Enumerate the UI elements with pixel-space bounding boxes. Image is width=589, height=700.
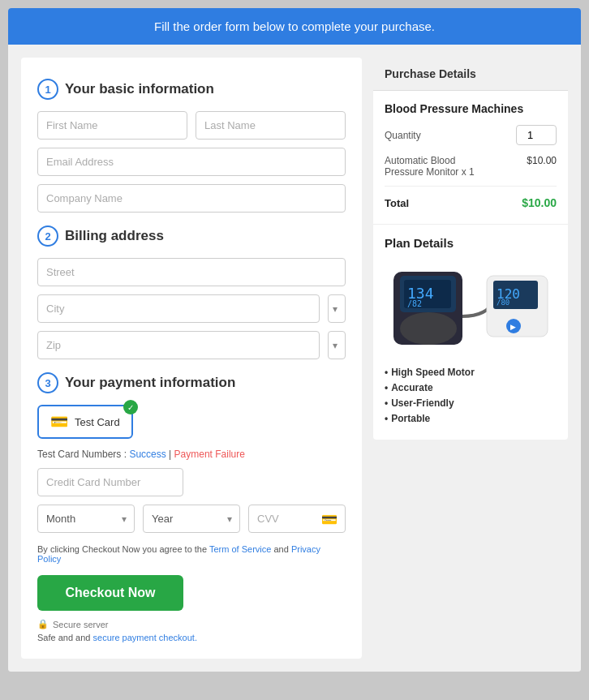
card-option[interactable]: 💳 Test Card ✓ <box>37 405 133 439</box>
feature-4: Portable <box>385 413 557 424</box>
country-wrapper: Country United States United Kingdom Can… <box>328 294 346 323</box>
right-panel: Purchase Details Blood Pressure Machines… <box>373 58 568 440</box>
product-image: 134 /82 120 /80 ▶ <box>385 260 557 357</box>
total-price: $10.00 <box>522 196 557 209</box>
checkout-page: Fill the order form below to complete yo… <box>8 8 581 672</box>
purchase-details-body: Blood Pressure Machines Quantity Automat… <box>373 91 568 224</box>
payment-failure-link[interactable]: Payment Failure <box>174 449 245 460</box>
quantity-label: Quantity <box>385 130 421 141</box>
year-wrapper: Year 2024 2025 2026 2027 2028 <box>143 505 240 533</box>
test-card-label: Test Card Numbers : <box>37 449 127 460</box>
state-select[interactable]: - <box>328 331 346 359</box>
test-card-info: Test Card Numbers : Success | Payment Fa… <box>37 449 346 460</box>
feature-2: Accurate <box>385 382 557 393</box>
email-row <box>37 148 346 176</box>
terms-prefix: By clicking Checkout Now you agree to th… <box>37 544 207 554</box>
safe-text: Safe and <box>37 633 73 642</box>
left-panel: 1 Your basic information 2 Billing addre… <box>21 58 362 659</box>
country-select[interactable]: Country United States United Kingdom Can… <box>328 294 346 323</box>
secure-text: Safe and and secure payment checkout. <box>37 633 346 642</box>
city-input[interactable] <box>37 294 320 323</box>
section2-title: Billing address <box>65 228 164 244</box>
plan-title: Plan Details <box>385 236 557 250</box>
checkout-button[interactable]: Checkout Now <box>37 575 183 611</box>
zip-state-row: - <box>37 331 346 359</box>
section2-number: 2 <box>37 225 58 247</box>
street-row <box>37 258 346 286</box>
section1-title: Your basic information <box>65 81 214 97</box>
plan-details-section: Plan Details 134 /82 <box>373 224 568 440</box>
month-wrapper: Month 01 02 03 04 05 06 07 08 09 10 11 1… <box>37 505 135 533</box>
banner-text: Fill the order form below to complete yo… <box>154 19 435 33</box>
secure-server-label: Secure server <box>53 620 108 629</box>
name-row <box>37 111 346 140</box>
street-input[interactable] <box>37 258 346 286</box>
cvv-wrapper: 💳 <box>248 505 346 533</box>
section1-number: 1 <box>37 79 58 100</box>
cvv-card-icon: 💳 <box>321 511 337 526</box>
section2-header: 2 Billing address <box>37 225 346 247</box>
total-label: Total <box>385 197 409 209</box>
item-price: $10.00 <box>527 155 557 166</box>
feature-1: High Speed Motor <box>385 367 557 378</box>
quantity-row: Quantity <box>385 125 557 145</box>
section3-title: Your payment information <box>65 375 235 391</box>
svg-point-1 <box>400 312 457 345</box>
secure-server-row: 🔒 Secure server <box>37 619 346 629</box>
feature-3: User-Friendly <box>385 397 557 409</box>
first-name-input[interactable] <box>37 111 187 140</box>
product-svg: 134 /82 120 /80 ▶ <box>389 260 552 357</box>
card-label: Test Card <box>75 416 120 428</box>
card-icon: 💳 <box>50 413 68 431</box>
month-select[interactable]: Month 01 02 03 04 05 06 07 08 09 10 11 1… <box>37 505 135 533</box>
credit-card-input[interactable] <box>37 468 183 496</box>
total-row: Total $10.00 <box>385 196 557 209</box>
success-link[interactable]: Success <box>129 449 166 460</box>
lock-icon: 🔒 <box>37 619 49 629</box>
payment-options: 💳 Test Card ✓ <box>37 405 346 439</box>
purchase-details-header: Purchase Details <box>373 58 568 91</box>
product-title: Blood Pressure Machines <box>385 102 557 115</box>
svg-text:▶: ▶ <box>510 323 516 331</box>
secure-checkout-link[interactable]: secure payment checkout. <box>93 633 197 642</box>
zip-input[interactable] <box>37 331 320 359</box>
section1-header: 1 Your basic information <box>37 79 346 100</box>
plan-features: High Speed Motor Accurate User-Friendly … <box>385 367 557 424</box>
last-name-input[interactable] <box>196 111 346 140</box>
company-input[interactable] <box>37 184 346 213</box>
quantity-input[interactable] <box>516 125 557 145</box>
main-content: 1 Your basic information 2 Billing addre… <box>8 45 581 672</box>
terms-text: By clicking Checkout Now you agree to th… <box>37 544 346 564</box>
top-banner: Fill the order form below to complete yo… <box>8 8 581 45</box>
item-name: Automatic Blood Pressure Monitor x 1 <box>385 155 490 178</box>
company-row <box>37 184 346 213</box>
svg-text:/82: /82 <box>407 299 422 308</box>
item-row: Automatic Blood Pressure Monitor x 1 $10… <box>385 155 557 187</box>
city-country-row: Country United States United Kingdom Can… <box>37 294 346 323</box>
year-select[interactable]: Year 2024 2025 2026 2027 2028 <box>143 505 240 533</box>
terms-link[interactable]: Term of Service <box>209 544 271 554</box>
state-wrapper: - <box>328 331 346 359</box>
svg-text:/80: /80 <box>497 298 509 307</box>
credit-card-row <box>37 468 346 496</box>
month-year-cvv-row: Month 01 02 03 04 05 06 07 08 09 10 11 1… <box>37 505 346 533</box>
section3-header: 3 Your payment information <box>37 372 346 393</box>
section3-number: 3 <box>37 372 58 393</box>
email-input[interactable] <box>37 148 346 176</box>
check-badge: ✓ <box>123 400 138 414</box>
